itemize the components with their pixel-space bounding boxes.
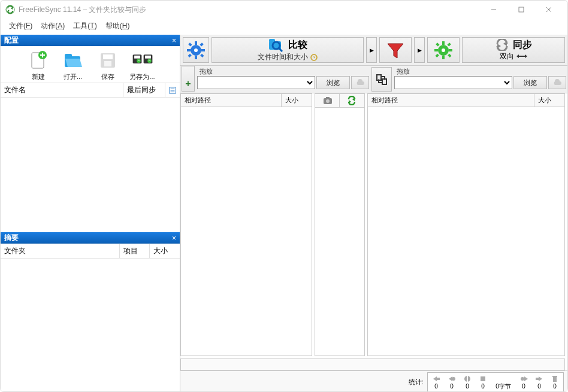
grid-left-panel: 相对路径 大小 [180, 93, 312, 356]
swap-sides-button[interactable] [371, 67, 392, 92]
open-config-button[interactable]: 打开... [59, 50, 87, 81]
save-icon [97, 50, 119, 71]
menu-actions[interactable]: 动作(A) [37, 20, 68, 32]
svg-rect-51 [436, 42, 439, 46]
right-folder-select[interactable] [394, 76, 512, 89]
swap-icon [375, 73, 388, 86]
grid-right-panel: 相对路径 大小 [367, 93, 565, 356]
right-drop-label: 拖放 [394, 67, 566, 76]
left-cloud-button[interactable] [351, 76, 369, 89]
stats-label: 统计: [409, 378, 424, 387]
config-list-header: 文件名 最后同步 [1, 83, 180, 98]
new-config-label: 新建 [32, 72, 45, 81]
stat-val-bytes: 0字节 [496, 382, 511, 391]
save-as-config-button[interactable]: 另存为... [129, 50, 156, 81]
filter-button[interactable] [379, 37, 412, 63]
status-bar: 统计: 0 0 0 0 0字节 0 0 0 [180, 370, 567, 392]
summary-col-folder[interactable]: 文件夹 [1, 244, 120, 258]
grid-center-camera-button[interactable] [316, 94, 340, 107]
svg-rect-29 [195, 41, 197, 45]
folder-pair-row: + 拖放 浏览 拖放 浏览 [180, 66, 567, 93]
save-config-label: 保存 [101, 72, 114, 81]
save-config-button[interactable]: 保存 [94, 50, 122, 81]
cloud-icon [355, 79, 365, 86]
magnifier-folder-icon [268, 38, 285, 52]
maximize-button[interactable] [507, 1, 535, 19]
grid-center-refresh-button[interactable] [340, 94, 364, 107]
new-config-button[interactable]: 新建 [25, 50, 52, 81]
compare-button[interactable]: 比较 文件时间和大小 [212, 37, 364, 63]
svg-rect-48 [442, 56, 445, 59]
sync-label: 同步 [513, 39, 532, 51]
comparison-grid: 相对路径 大小 相对路径 大小 [180, 93, 567, 356]
config-panel-close-icon[interactable]: × [172, 37, 176, 45]
svg-rect-75 [481, 376, 485, 381]
svg-rect-4 [519, 7, 524, 12]
menu-help[interactable]: 帮助(H) [102, 20, 134, 32]
filter-dropdown-button[interactable]: ▶ [414, 37, 425, 63]
svg-marker-79 [539, 376, 542, 381]
gear-green-icon [434, 41, 453, 60]
stat-val-6: 0 [537, 383, 541, 390]
close-button[interactable] [535, 1, 563, 19]
menu-file[interactable]: 文件(F) [5, 20, 36, 32]
svg-point-22 [147, 59, 152, 63]
add-folder-pair-button[interactable]: + [182, 66, 195, 92]
svg-point-46 [442, 48, 445, 52]
svg-rect-33 [188, 42, 192, 46]
compare-settings-button[interactable] [183, 37, 209, 63]
svg-rect-53 [447, 42, 451, 46]
\cloud-icon [552, 79, 563, 86]
summary-col-items[interactable]: 项目 [120, 244, 150, 258]
menu-tools[interactable]: 工具(T) [70, 20, 100, 32]
svg-line-43 [314, 57, 315, 58]
grid-left-col-size[interactable]: 大小 [282, 94, 312, 107]
left-folder-select[interactable] [197, 76, 315, 89]
svg-rect-16 [104, 61, 111, 66]
stat-icon-7 [551, 375, 559, 383]
grid-left-col-path[interactable]: 相对路径 [181, 94, 282, 107]
right-cloud-button[interactable] [548, 76, 566, 89]
right-browse-button[interactable]: 浏览 [513, 76, 547, 89]
new-file-icon [28, 50, 49, 71]
minimize-button[interactable] [480, 1, 507, 19]
compare-dropdown-button[interactable]: ▶ [366, 37, 377, 63]
stat-val-1: 0 [434, 383, 438, 390]
grid-right-col-path[interactable]: 相对路径 [368, 94, 534, 107]
sync-settings-button[interactable] [427, 37, 460, 63]
stat-icon-4 [479, 375, 487, 383]
svg-rect-47 [442, 41, 445, 45]
config-col-options-icon[interactable] [165, 84, 180, 96]
config-col-name[interactable]: 文件名 [1, 83, 123, 97]
stat-val-5: 0 [522, 383, 525, 390]
svg-marker-13 [65, 59, 82, 67]
summary-panel-close-icon[interactable]: × [172, 234, 176, 242]
config-list-body [1, 98, 180, 232]
svg-rect-34 [200, 53, 204, 57]
sync-button[interactable]: 同步 双向 [462, 37, 565, 63]
compare-subline: 文件时间和大小 [258, 52, 308, 62]
bottom-scroll-area[interactable] [180, 358, 565, 370]
svg-point-66 [326, 99, 330, 103]
titlebar: FreeFileSync 11.14 – 文件夹比较与同步 [1, 1, 567, 19]
svg-marker-67 [352, 98, 355, 101]
funnel-icon [385, 40, 406, 60]
config-panel-title: 配置 [4, 35, 19, 45]
summary-col-size[interactable]: 大小 [150, 244, 180, 258]
config-col-lastsync[interactable]: 最后同步 [123, 83, 165, 97]
summary-list-body [1, 259, 180, 392]
save-as-config-label: 另存为... [129, 72, 155, 81]
compare-label: 比较 [288, 39, 307, 51]
grid-center-panel [315, 93, 365, 356]
svg-rect-74 [467, 376, 468, 382]
svg-rect-32 [201, 49, 205, 51]
svg-rect-31 [187, 49, 191, 51]
config-panel-header: 配置 × [1, 35, 180, 46]
svg-rect-81 [552, 376, 557, 377]
grid-right-col-size[interactable]: 大小 [534, 94, 564, 107]
stat-icon-6 [535, 375, 543, 383]
left-browse-button[interactable]: 浏览 [316, 76, 350, 89]
left-folder-side: 拖放 浏览 [196, 66, 370, 93]
menubar: 文件(F) 动作(A) 工具(T) 帮助(H) [1, 19, 567, 35]
svg-rect-30 [195, 56, 197, 59]
